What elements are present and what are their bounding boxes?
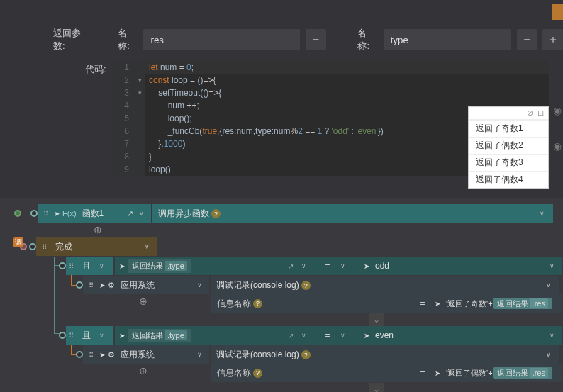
collapse-toggle[interactable]: ⌄ [369, 383, 384, 392]
fx-badge: F(x) [62, 209, 77, 218]
return-result-pill[interactable]: 返回结果.type [128, 259, 191, 273]
connector-dot[interactable] [30, 210, 38, 217]
info-value-2[interactable]: ➤ '返回了偶数'+返回结果.res [430, 364, 562, 382]
help-icon[interactable]: ? [253, 299, 262, 308]
connector-dot[interactable] [76, 281, 83, 289]
pointer-icon: ➤ [54, 210, 60, 218]
chevron-down-icon[interactable]: ∨ [543, 281, 554, 289]
chevron-down-icon[interactable]: ∨ [136, 210, 147, 217]
function-block-header[interactable]: ⠿ ➤ F(x) 函数1 ↗ ∨ [38, 204, 151, 223]
done-label: 完成 [52, 241, 75, 253]
share-icon[interactable]: ↗ [127, 209, 133, 218]
remove-param2-button[interactable]: − [517, 29, 537, 50]
console-close-icon[interactable]: ⊡ [537, 108, 544, 118]
help-icon[interactable]: ? [253, 369, 262, 378]
chevron-down-icon[interactable]: ∨ [299, 332, 309, 339]
connector-dot[interactable] [76, 351, 83, 358]
help-icon[interactable]: ? [301, 281, 311, 290]
pointer-icon: ➤ [435, 300, 440, 308]
add-param-button[interactable]: ＋ [542, 29, 563, 50]
tune-tab[interactable]: 调 [13, 237, 23, 247]
code-line[interactable]: 3▾ setTimeout(()=>{ [113, 86, 549, 99]
return-params-label: 返回参数: [53, 27, 91, 52]
pointer-icon: ➤ [99, 351, 105, 359]
connector-dot[interactable] [29, 243, 36, 250]
app-system-block-1[interactable]: ⠿ ➤ ⚙ 应用系统 ∨ [83, 276, 209, 294]
condition-right-1[interactable]: ➤ odd ∨ [359, 257, 562, 275]
add-node-button[interactable]: ⊕ [136, 364, 150, 378]
info-name-label-1: 信息名称? [211, 294, 415, 313]
app-system-block-2[interactable]: ⠿ ➤ ⚙ 应用系统 ∨ [83, 345, 209, 364]
drag-handle-icon[interactable]: ⠿ [86, 351, 96, 359]
pointer-icon: ➤ [119, 262, 125, 270]
console-line: 返回了奇数1 [469, 120, 548, 137]
eye-icon-1[interactable]: ◉ [553, 105, 562, 116]
and-block-2[interactable]: ⠿ 且 ∨ [66, 326, 113, 345]
connector-line [71, 345, 72, 354]
chevron-down-icon[interactable]: ∨ [194, 351, 205, 358]
help-icon[interactable]: ? [211, 209, 221, 218]
code-line[interactable]: 2▾const loop = ()=>{ [113, 74, 549, 86]
operator-drop-1[interactable]: = ∨ [313, 257, 359, 275]
condition-left-1[interactable]: ➤ 返回结果.type ↗ ∨ [115, 257, 313, 275]
info-name-label-2: 信息名称? [211, 364, 415, 382]
chevron-down-icon[interactable]: ∨ [537, 210, 547, 217]
drag-handle-icon[interactable]: ⠿ [66, 262, 77, 270]
pointer-icon: ➤ [99, 281, 105, 289]
return-result-pill[interactable]: 返回结果.type [128, 329, 191, 342]
chevron-down-icon[interactable]: ∨ [547, 332, 557, 339]
console-popup: ⊘ ⊡ 返回了奇数1返回了偶数2返回了奇数3返回了偶数4 [468, 106, 549, 189]
drag-handle-icon[interactable]: ⠿ [66, 332, 77, 340]
chevron-down-icon[interactable]: ∨ [96, 262, 107, 269]
call-async-bar[interactable]: 调用异步函数? ∨ [152, 204, 553, 223]
drag-handle-icon[interactable]: ⠿ [86, 281, 96, 289]
condition-right-2[interactable]: ➤ even ∨ [359, 326, 562, 345]
chevron-down-icon[interactable]: ∨ [194, 281, 205, 289]
chevron-down-icon[interactable]: ∨ [547, 262, 557, 269]
flow-canvas[interactable]: 调 ⠿ ➤ F(x) 函数1 ↗ ∨ 调用异步函数? ∨ ⊕ ⠿ 完成 ∨ [0, 198, 563, 392]
code-line[interactable]: 1let num = 0; [113, 61, 549, 74]
eye-icon-2[interactable]: ◉ [553, 140, 562, 152]
help-icon[interactable]: ? [301, 350, 311, 359]
done-block[interactable]: ⠿ 完成 ∨ [36, 237, 157, 256]
console-popup-header: ⊘ ⊡ [469, 107, 548, 120]
console-line: 返回了奇数3 [469, 154, 548, 171]
debug-log-bar-1[interactable]: 调试记录(console log)? ∨ [211, 276, 559, 294]
console-clear-icon[interactable]: ⊘ [527, 108, 533, 118]
console-line: 返回了偶数2 [469, 137, 548, 154]
debug-log-bar-2[interactable]: 调试记录(console log)? ∨ [211, 345, 559, 364]
and-block-1[interactable]: ⠿ 且 ∨ [66, 257, 113, 275]
connector-line [54, 257, 55, 333]
connector-line [71, 275, 72, 285]
gear-icon: ⚙ [108, 350, 115, 359]
ribbon-stub [552, 4, 563, 20]
chevron-down-icon: ∨ [338, 332, 348, 339]
chevron-down-icon: ∨ [338, 262, 348, 269]
drag-handle-icon[interactable]: ⠿ [40, 210, 51, 218]
chevron-down-icon[interactable]: ∨ [299, 262, 309, 269]
connector-dot[interactable] [59, 262, 66, 269]
eq-sign: = [415, 294, 430, 313]
connector-dot[interactable] [14, 210, 21, 217]
connector-dot[interactable] [59, 332, 66, 339]
chevron-down-icon[interactable]: ∨ [543, 351, 554, 358]
pointer-icon: ➤ [364, 332, 369, 340]
name-label-1: 名称: [118, 27, 138, 52]
chevron-down-icon[interactable]: ∨ [142, 243, 152, 250]
add-node-button[interactable]: ⊕ [136, 294, 150, 308]
eq-sign: = [415, 364, 430, 382]
console-line: 返回了偶数4 [469, 171, 548, 188]
drag-handle-icon[interactable]: ⠿ [39, 243, 50, 251]
operator-drop-2[interactable]: = ∨ [313, 326, 359, 345]
remove-param1-button[interactable]: − [306, 29, 326, 50]
chevron-down-icon[interactable]: ∨ [96, 332, 107, 339]
add-node-button[interactable]: ⊕ [91, 223, 105, 237]
name-label-2: 名称: [357, 27, 377, 52]
param2-input[interactable] [384, 29, 511, 50]
param1-input[interactable] [143, 29, 300, 50]
condition-left-2[interactable]: ➤ 返回结果.type ↗ ∨ [115, 326, 313, 345]
collapse-toggle[interactable]: ⌄ [369, 313, 384, 326]
expand-icon[interactable]: ↗ [286, 262, 296, 270]
info-value-1[interactable]: ➤ '返回了奇数'+返回结果.res [430, 294, 562, 313]
expand-icon[interactable]: ↗ [286, 332, 296, 340]
